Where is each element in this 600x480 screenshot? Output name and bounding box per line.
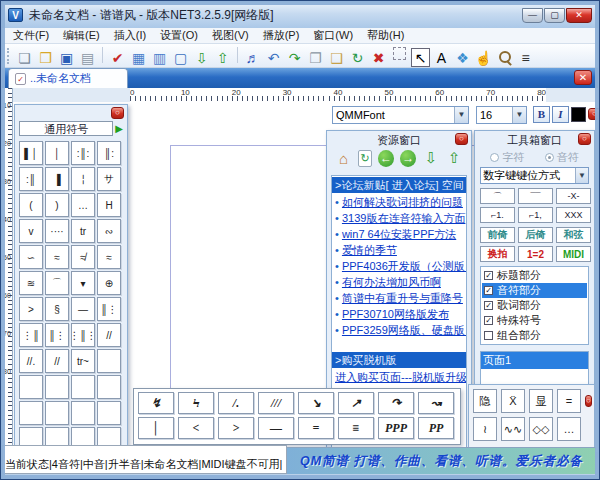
resource-link[interactable]: 爱情的季节 <box>332 242 466 258</box>
symbol-cell[interactable]: ║⋮ <box>97 297 121 321</box>
resource-link[interactable]: 简谱中有重升号与重降号 <box>332 290 466 306</box>
symbol-cell[interactable]: // <box>45 349 69 373</box>
menu-item[interactable]: 插入(I) <box>107 28 153 43</box>
resource-link[interactable]: >购买脱机版 <box>332 352 466 368</box>
symbol-cell[interactable]: // <box>97 323 121 347</box>
symbol-cell[interactable]: サ <box>97 167 121 191</box>
symbol-cell[interactable]: ▾ <box>71 271 95 295</box>
line-symbol-button[interactable]: PP <box>418 417 454 439</box>
line-symbol-button[interactable]: < <box>178 417 214 439</box>
resource-link[interactable]: PPF30710网络版发布 <box>332 306 466 322</box>
upload-icon[interactable]: ⇧ <box>446 149 463 167</box>
symbol-cell[interactable]: ⋮║ <box>19 323 43 347</box>
misc-symbol-button[interactable]: 隐 <box>473 389 497 413</box>
symbol-cell[interactable]: ≋ <box>19 271 43 295</box>
line-symbol-button[interactable]: > <box>218 417 254 439</box>
toolbox-symbol-button[interactable]: ¯¯ <box>518 188 553 204</box>
menu-item[interactable]: 设置(O) <box>153 28 205 43</box>
note-input-icon[interactable]: ♬ <box>243 48 262 67</box>
resource-link[interactable]: PPF4036开发版（公测版） <box>332 258 466 274</box>
toolbox-symbol-button[interactable]: ⌐1, <box>518 207 553 223</box>
symbol-cell[interactable] <box>97 375 121 399</box>
check-icon[interactable]: ✔ <box>108 48 127 67</box>
toolbox-action-button[interactable]: 前倚 <box>480 227 515 243</box>
symbol-cell[interactable] <box>45 375 69 399</box>
download-icon[interactable]: ⇩ <box>422 149 439 167</box>
symbol-cell[interactable]: ▌│ <box>19 141 43 165</box>
bold-button[interactable]: B <box>533 106 550 123</box>
symbol-cell[interactable] <box>71 375 95 399</box>
symbol-cell[interactable]: ) <box>45 193 69 217</box>
document-tab[interactable]: ✓ ..未命名文档 <box>8 68 128 88</box>
symbol-panel-next-icon[interactable]: ▶ <box>115 123 123 134</box>
mode-radio[interactable]: 音符 <box>545 150 579 165</box>
page-list-icon[interactable]: ▥ <box>150 48 169 67</box>
open-folder-icon[interactable]: ❒ <box>36 48 55 67</box>
part-checkbox-item[interactable]: 音符部分 <box>482 283 587 298</box>
menu-item[interactable]: 窗口(W) <box>306 28 360 43</box>
symbol-panel-close-button[interactable]: ○ <box>111 107 124 119</box>
misc-symbol-button[interactable]: … <box>557 417 581 441</box>
delete-icon[interactable]: ✖ <box>369 48 388 67</box>
toolbox-symbol-button[interactable]: ⌐1. <box>480 207 515 223</box>
symbol-cell[interactable] <box>19 401 43 425</box>
resource-link[interactable]: PPF3259网络版、硬盘版、 <box>332 322 466 338</box>
symbol-cell[interactable]: ( <box>19 193 43 217</box>
toolbox-action-button[interactable]: 1=2 <box>518 246 553 262</box>
symbol-cell[interactable]: … <box>71 193 95 217</box>
line-spacing-icon[interactable]: ≡ <box>516 48 535 67</box>
menu-item[interactable]: 编辑(E) <box>56 28 107 43</box>
redo-icon[interactable]: ↷ <box>285 48 304 67</box>
symbol-cell[interactable] <box>19 375 43 399</box>
symbol-cell[interactable]: //. <box>19 349 43 373</box>
resource-link[interactable]: 有何办法增加风币啊 <box>332 274 466 290</box>
menu-item[interactable]: 视图(V) <box>205 28 256 43</box>
symbol-panel-title[interactable]: 通用符号 <box>19 121 113 136</box>
menu-item[interactable]: 播放(P) <box>256 28 307 43</box>
symbol-cell[interactable] <box>71 401 95 425</box>
symbol-cell[interactable]: § <box>45 297 69 321</box>
line-symbol-button[interactable]: — <box>258 417 294 439</box>
resource-link[interactable]: 3139版在连音符输入方面 <box>332 210 466 226</box>
resource-link[interactable]: win7 64位安装PPF方法 <box>332 226 466 242</box>
score-grid-icon[interactable]: ▦ <box>129 48 148 67</box>
line-symbol-button[interactable]: /. <box>218 392 254 414</box>
symbol-cell[interactable] <box>97 349 121 373</box>
symbol-cell[interactable]: │ <box>45 141 69 165</box>
refresh-icon[interactable]: ↻ <box>348 48 367 67</box>
maximize-button[interactable]: ▢ <box>544 8 565 23</box>
misc-palette-close-button[interactable]: ○ <box>585 395 592 407</box>
misc-symbol-button[interactable]: ≀ <box>473 417 497 441</box>
symbol-cell[interactable]: H <box>97 193 121 217</box>
symbol-cell[interactable]: ⊕ <box>97 271 121 295</box>
menu-item[interactable]: 文件(F) <box>6 28 56 43</box>
line-symbol-button[interactable]: PPP <box>378 417 414 439</box>
save-icon[interactable]: ▣ <box>57 48 76 67</box>
toolbox-action-button[interactable]: MIDI <box>556 246 591 262</box>
hand-tool-icon[interactable]: ☝ <box>474 48 493 67</box>
symbol-cell[interactable]: :║ <box>19 167 43 191</box>
symbol-cell[interactable]: ···· <box>45 219 69 243</box>
line-symbol-button[interactable]: ≡ <box>338 417 374 439</box>
misc-symbol-button[interactable]: ∿∿ <box>501 417 525 441</box>
refresh-page-icon[interactable]: ↻ <box>358 150 372 167</box>
symbol-cell[interactable]: ∾ <box>97 219 121 243</box>
resource-panel-close-button[interactable]: ○ <box>455 133 468 145</box>
copy-icon[interactable]: ❐ <box>306 48 325 67</box>
monitor-view-icon[interactable]: ▢ <box>171 48 190 67</box>
image-tool-icon[interactable]: ❖ <box>453 48 472 67</box>
new-document-icon[interactable]: ❏ <box>15 48 34 67</box>
symbol-cell[interactable] <box>45 401 69 425</box>
resource-link[interactable]: >论坛新贴[ 进入论坛] 空间 <box>332 177 466 193</box>
symbol-cell[interactable] <box>97 401 121 425</box>
toolbox-action-button[interactable]: 后倚 <box>518 227 553 243</box>
minimize-button[interactable]: — <box>522 8 543 23</box>
symbol-cell[interactable]: ≈ <box>45 245 69 269</box>
line-symbol-button[interactable]: ↘ <box>298 392 334 414</box>
toolbox-symbol-button[interactable]: XXX <box>556 207 591 223</box>
part-checkbox-item[interactable]: 标题部分 <box>482 268 587 283</box>
line-symbol-button[interactable]: ↝ <box>418 392 454 414</box>
line-symbol-button[interactable]: ↯ <box>138 392 174 414</box>
fontbar-close-button[interactable]: ○ <box>588 108 600 120</box>
toolbox-symbol-button[interactable]: -X- <box>556 188 591 204</box>
